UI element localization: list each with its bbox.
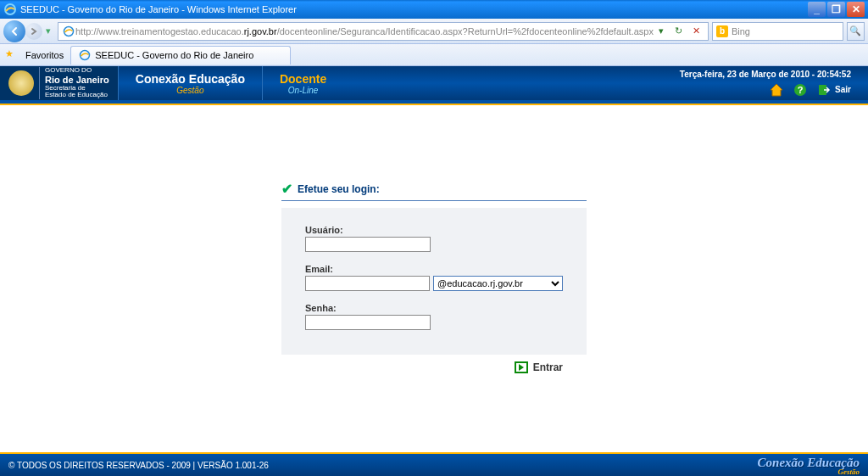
header-curve [0, 100, 868, 121]
header-section-conexao: Conexão Educação Gestão [118, 66, 262, 100]
url-text: http://www.treinamentogestao.educacao.rj… [75, 26, 654, 36]
logo-line1: GOVERNO DO [45, 67, 109, 75]
refresh-icon[interactable]: ↻ [671, 24, 687, 39]
minimize-button[interactable]: _ [808, 2, 826, 17]
close-button[interactable]: ✕ [847, 2, 865, 17]
window-controls: _ ❐ ✕ [808, 2, 865, 17]
footer-brand-sub: Gestão [758, 470, 860, 474]
entrar-icon [515, 361, 528, 373]
section2-subtitle: On-Line [280, 86, 326, 95]
email-input[interactable] [305, 276, 430, 291]
window-title: SEEDUC - Governo do Rio de Janeiro - Win… [20, 4, 297, 14]
field-senha: Senha: [305, 303, 563, 330]
favorites-label[interactable]: Favoritos [25, 50, 64, 60]
logout-link[interactable]: Sair [816, 82, 851, 98]
login-heading: Efetue seu login: [298, 183, 380, 195]
back-button[interactable] [3, 20, 25, 42]
logo-line4: Estado de Educação [45, 92, 109, 99]
entrar-button[interactable]: Entrar [515, 361, 563, 373]
header-datetime: Terça-feira, 23 de Março de 2010 - 20:54… [680, 70, 851, 79]
url-suffix: /docenteonline/Seguranca/Identificacao.a… [277, 26, 654, 36]
page-icon [62, 25, 75, 38]
favorites-star-icon[interactable]: ★ [5, 48, 19, 62]
senha-input[interactable] [305, 315, 431, 330]
bing-icon: b [716, 25, 728, 37]
usuario-input[interactable] [305, 237, 431, 252]
favorites-bar: ★ Favoritos SEEDUC - Governo do Rio de J… [0, 44, 868, 66]
forward-button[interactable] [25, 23, 42, 40]
email-domain-select[interactable]: @educacao.rj.gov.br [433, 276, 563, 291]
page-content: GOVERNO DO Rio de Janeiro Secretaria de … [0, 66, 868, 476]
field-usuario: Usuário: [305, 225, 563, 252]
header-section-docente: Docente On-Line [262, 66, 343, 100]
search-go-button[interactable]: 🔍 [847, 22, 865, 41]
entrar-label: Entrar [533, 361, 563, 373]
login-heading-row: ✔ Efetue seu login: [281, 181, 587, 201]
login-panel: ✔ Efetue seu login: Usuário: Email: @edu… [281, 181, 587, 380]
usuario-label: Usuário: [305, 225, 563, 235]
home-icon[interactable] [769, 82, 784, 98]
section1-subtitle: Gestão [136, 86, 245, 95]
section2-title: Docente [280, 72, 326, 86]
field-email: Email: @educacao.rj.gov.br [305, 264, 563, 291]
help-icon[interactable]: ? [793, 82, 808, 98]
svg-text:?: ? [798, 85, 804, 95]
window-titlebar: SEEDUC - Governo do Rio de Janeiro - Win… [0, 0, 868, 19]
tab-title: SEEDUC - Governo do Rio de Janeiro [95, 50, 253, 60]
footer-brand: Conexão Educação Gestão [758, 456, 860, 474]
check-icon: ✔ [281, 181, 292, 197]
tab-favicon [78, 48, 92, 62]
senha-label: Senha: [305, 303, 563, 313]
section1-title: Conexão Educação [136, 72, 245, 86]
page-header: GOVERNO DO Rio de Janeiro Secretaria de … [0, 66, 868, 100]
nav-history-dropdown[interactable]: ▾ [42, 22, 54, 41]
ie-icon [3, 3, 17, 16]
header-logo: GOVERNO DO Rio de Janeiro Secretaria de … [0, 66, 118, 100]
email-label: Email: [305, 264, 563, 274]
address-dropdown-icon[interactable]: ▾ [654, 24, 669, 39]
maximize-button[interactable]: ❐ [827, 2, 845, 17]
logo-line2: Rio de Janeiro [45, 75, 109, 85]
stop-icon[interactable]: ✕ [689, 24, 704, 39]
footer-copyright: © TODOS OS DIREITOS RESERVADOS - 2009 | … [8, 461, 269, 470]
browser-tab[interactable]: SEEDUC - Governo do Rio de Janeiro [70, 46, 291, 64]
browser-nav-bar: ▾ http://www.treinamentogestao.educacao.… [0, 19, 868, 44]
url-domain: rj.gov.br [244, 26, 277, 36]
url-prefix: http://www.treinamentogestao.educacao. [75, 26, 244, 36]
search-box[interactable]: b Bing [712, 22, 843, 41]
logout-icon [816, 82, 832, 98]
page-footer: © TODOS OS DIREITOS RESERVADOS - 2009 | … [0, 454, 868, 476]
search-placeholder: Bing [732, 26, 839, 36]
address-bar[interactable]: http://www.treinamentogestao.educacao.rj… [58, 22, 709, 41]
page-body: ✔ Efetue seu login: Usuário: Email: @edu… [0, 121, 868, 452]
logout-label: Sair [835, 85, 851, 94]
crest-icon [8, 70, 34, 96]
